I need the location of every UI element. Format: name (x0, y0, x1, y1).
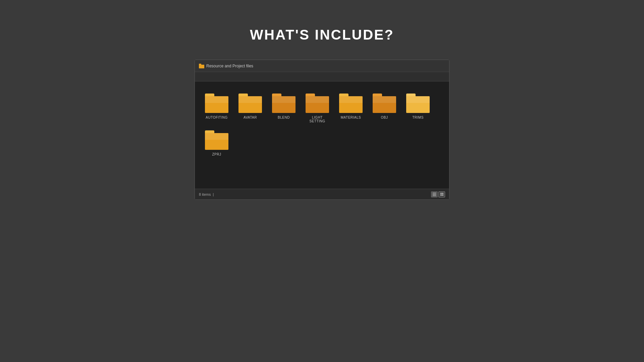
folder-item-avatar[interactable]: AVATAR (235, 92, 265, 125)
folder-item-obj[interactable]: OBJ (369, 92, 399, 125)
folder-label-trims: TRIMS (412, 116, 424, 119)
page-title: WHAT'S INCLUDE? (250, 27, 394, 43)
folder-label-obj: OBJ (381, 116, 388, 119)
folder-label-light-setting: LIGHT SETTING (304, 116, 330, 123)
folder-icon-autofiting (205, 94, 228, 113)
folder-icon-obj (373, 94, 396, 113)
grid-view-icon (440, 193, 443, 196)
folder-label-materials: MATERIALS (341, 116, 361, 119)
folder-item-materials[interactable]: MATERIALS (336, 92, 366, 125)
folder-label-avatar: AVATAR (244, 116, 257, 119)
explorer-statusbar: 8 items | (195, 189, 449, 199)
list-view-icon (433, 193, 436, 196)
folder-icon-trims (406, 94, 430, 113)
folder-label-autofiting: AUTOFITING (206, 116, 227, 119)
folder-item-blend[interactable]: BLEND (269, 92, 299, 125)
explorer-header: Resource and Project files (195, 60, 449, 72)
folder-label-zprj: ZPRJ (212, 153, 221, 156)
file-explorer: Resource and Project files AUTOFITINGAVA… (195, 60, 449, 200)
folder-icon-zprj (205, 130, 228, 150)
header-folder-icon (199, 64, 204, 68)
status-text: 8 items | (199, 192, 214, 196)
view-buttons (431, 191, 445, 197)
folder-label-blend: BLEND (278, 116, 290, 119)
folder-icon-avatar (238, 94, 262, 113)
folder-item-autofiting[interactable]: AUTOFITING (202, 92, 232, 125)
folder-icon-materials (339, 94, 363, 113)
list-view-button[interactable] (431, 191, 438, 197)
grid-view-button[interactable] (438, 191, 445, 197)
folder-icon-blend (272, 94, 296, 113)
folder-item-zprj[interactable]: ZPRJ (202, 128, 232, 158)
header-path: Resource and Project files (206, 64, 253, 68)
folder-item-trims[interactable]: TRIMS (403, 92, 433, 125)
explorer-content: AUTOFITINGAVATARBLENDLIGHT SETTINGMATERI… (195, 81, 449, 189)
explorer-toolbar (195, 72, 449, 81)
folder-icon-light-setting (306, 94, 329, 113)
folder-item-light-setting[interactable]: LIGHT SETTING (302, 92, 332, 125)
